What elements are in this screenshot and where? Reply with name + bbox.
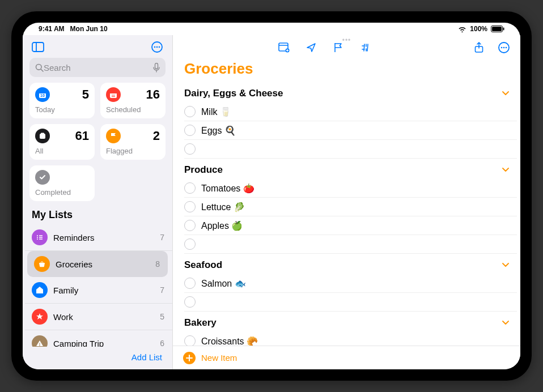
reminder-title: Lettuce 🥬 <box>201 202 509 212</box>
search-icon <box>35 63 44 72</box>
list-count: 6 <box>160 339 164 347</box>
section-title: Dairy, Eggs & Cheese <box>184 88 283 99</box>
list-count: 8 <box>155 259 160 269</box>
list-name: Camping Trip <box>53 339 154 347</box>
list-icon <box>32 229 48 245</box>
section-header[interactable]: Bakery <box>184 312 517 332</box>
reminder-item[interactable]: Lettuce 🥬 <box>184 198 517 216</box>
search-field[interactable] <box>29 58 166 77</box>
reminder-item[interactable]: Tomatoes 🍅 <box>184 179 517 198</box>
list-row[interactable]: Work5 <box>25 304 172 330</box>
svg-rect-2 <box>503 28 504 31</box>
today-icon: 10 <box>35 87 50 102</box>
completion-circle[interactable] <box>184 296 196 308</box>
list-row[interactable]: Groceries8 <box>27 251 168 277</box>
section-title: Seafood <box>184 259 222 271</box>
add-list-button[interactable]: Add List <box>131 352 162 362</box>
reminder-title: Tomatoes 🍅 <box>201 183 509 194</box>
completion-circle[interactable] <box>184 143 196 155</box>
section-header[interactable]: Produce <box>184 159 517 179</box>
chevron-down-icon <box>502 91 509 96</box>
main-more-button[interactable] <box>495 40 512 56</box>
smart-list-completed[interactable]: Completed <box>29 165 95 201</box>
status-bar: 9:41 AM Mon Jun 10 100% <box>23 23 520 35</box>
wifi-icon <box>458 26 466 32</box>
reminder-title: Milk 🥛 <box>201 106 509 117</box>
section-header[interactable]: Dairy, Eggs & Cheese <box>184 82 517 103</box>
smart-count: 16 <box>146 87 160 102</box>
svg-point-21 <box>37 235 38 236</box>
scheduled-icon <box>106 87 121 102</box>
tags-button[interactable] <box>357 40 374 56</box>
smart-list-scheduled[interactable]: 16Scheduled <box>100 83 166 118</box>
location-button[interactable] <box>303 40 320 56</box>
svg-rect-11 <box>155 63 158 69</box>
reminder-title: Croissants 🥐 <box>201 336 509 346</box>
completion-circle[interactable] <box>184 182 196 194</box>
section-title: Produce <box>184 164 223 176</box>
multitask-handle-icon[interactable]: ••• <box>342 36 351 44</box>
sidebar-more-button[interactable] <box>149 39 166 55</box>
section-title: Bakery <box>184 317 217 329</box>
svg-text:10: 10 <box>40 93 45 97</box>
dictate-icon[interactable] <box>153 63 160 73</box>
plus-icon[interactable] <box>183 352 196 364</box>
all-icon <box>35 129 50 143</box>
completion-circle[interactable] <box>184 335 196 346</box>
smart-list-today[interactable]: 105Today <box>29 83 95 118</box>
chevron-down-icon <box>502 168 509 172</box>
completion-circle[interactable] <box>184 278 196 289</box>
svg-point-22 <box>37 237 38 238</box>
search-input[interactable] <box>44 63 153 73</box>
smart-count: 61 <box>75 129 89 143</box>
svg-point-6 <box>154 46 156 48</box>
section-header[interactable]: Seafood <box>184 254 517 274</box>
toggle-sidebar-button[interactable] <box>29 39 46 55</box>
completion-circle[interactable] <box>184 238 196 250</box>
completion-circle[interactable] <box>184 220 196 231</box>
flagged-icon <box>106 129 121 143</box>
svg-rect-20 <box>41 133 44 135</box>
smart-list-all[interactable]: 61All <box>29 124 95 160</box>
completion-circle[interactable] <box>184 106 196 117</box>
share-button[interactable] <box>470 40 487 56</box>
smart-list-flagged[interactable]: 2Flagged <box>100 124 166 160</box>
reminder-item-empty[interactable] <box>184 293 517 312</box>
smart-label: Today <box>35 105 89 114</box>
svg-point-23 <box>37 238 38 240</box>
smart-label: Scheduled <box>106 105 160 114</box>
svg-point-8 <box>159 46 160 48</box>
smart-count: 2 <box>153 129 160 143</box>
templates-button[interactable] <box>275 40 292 56</box>
reminder-item[interactable]: Apples 🍏 <box>184 216 517 235</box>
list-row[interactable]: Family7 <box>25 277 172 304</box>
completion-circle[interactable] <box>184 125 196 136</box>
list-title: Groceries <box>173 58 520 82</box>
reminder-item[interactable]: Salmon 🐟 <box>184 274 517 293</box>
completion-circle[interactable] <box>184 201 196 212</box>
sidebar: 105Today16Scheduled61All2FlaggedComplete… <box>23 35 173 369</box>
smart-label: Flagged <box>106 147 160 155</box>
list-row[interactable]: Reminders7 <box>25 224 172 251</box>
reminder-item-empty[interactable] <box>184 235 517 254</box>
new-item-button[interactable]: New Item <box>201 353 237 363</box>
reminder-item[interactable]: Milk 🥛 <box>184 103 517 121</box>
mylists-header: My Lists <box>23 207 172 224</box>
smart-label: All <box>35 147 89 155</box>
smart-count: 5 <box>82 87 89 102</box>
list-count: 7 <box>160 286 164 295</box>
svg-rect-16 <box>110 92 117 93</box>
battery-percent: 100% <box>470 25 487 33</box>
reminder-item[interactable]: Croissants 🥐 <box>184 332 517 346</box>
reminder-item-empty[interactable] <box>184 140 517 159</box>
screen: 9:41 AM Mon Jun 10 100% <box>23 23 520 369</box>
list-row[interactable]: Camping Trip6 <box>25 330 172 347</box>
list-count: 7 <box>160 233 164 242</box>
list-name: Reminders <box>53 233 154 242</box>
list-name: Work <box>53 312 154 322</box>
main-pane: ••• <box>173 35 520 369</box>
list-name: Groceries <box>56 259 150 269</box>
status-time: 9:41 AM <box>39 25 65 33</box>
reminder-item[interactable]: Eggs 🍳 <box>184 121 517 140</box>
svg-point-7 <box>156 46 158 48</box>
